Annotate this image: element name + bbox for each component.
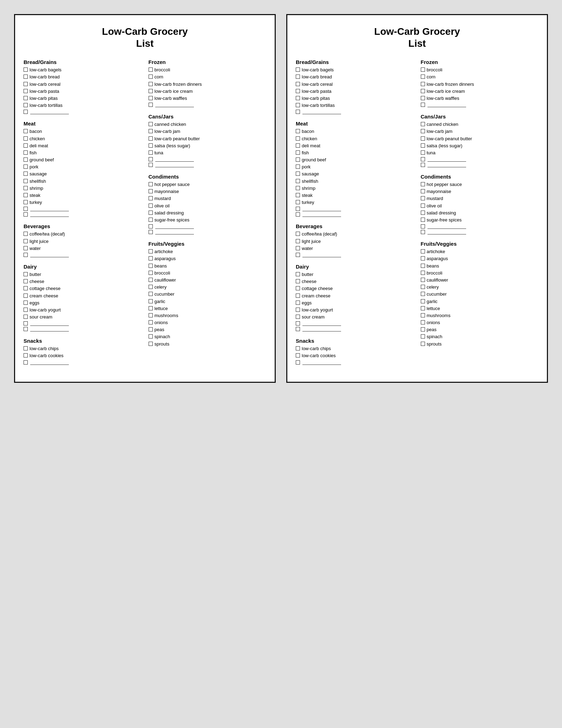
checkbox-icon[interactable]	[149, 278, 153, 282]
checkbox-icon[interactable]	[24, 179, 28, 183]
checkbox-icon[interactable]	[296, 246, 300, 250]
checkbox-icon[interactable]	[421, 256, 425, 260]
list-item[interactable]: low-carb cereal	[296, 81, 414, 88]
checkbox-icon[interactable]	[149, 256, 153, 260]
checkbox-icon[interactable]	[24, 82, 28, 86]
checkbox-icon[interactable]	[24, 103, 28, 107]
checkbox-icon[interactable]	[296, 239, 300, 243]
list-item[interactable]: corn	[421, 74, 539, 80]
list-item[interactable]: steak	[296, 192, 414, 199]
checkbox-icon[interactable]	[296, 279, 300, 283]
list-item[interactable]: broccoli	[421, 67, 539, 73]
blank-item[interactable]	[24, 252, 142, 257]
list-item[interactable]: chicken	[296, 136, 414, 142]
checkbox-icon[interactable]	[149, 67, 153, 72]
list-item[interactable]: salsa (less sugar)	[149, 143, 267, 149]
list-item[interactable]: olive oil	[421, 203, 539, 209]
list-item[interactable]: artichoke	[421, 249, 539, 255]
list-item[interactable]: low-carb yogurt	[296, 307, 414, 313]
checkbox-icon[interactable]	[24, 327, 28, 331]
checkbox-icon[interactable]	[296, 327, 300, 331]
checkbox-icon[interactable]	[421, 285, 425, 289]
list-item[interactable]: low-carb bread	[24, 74, 142, 80]
list-item[interactable]: butter	[24, 271, 142, 278]
list-item[interactable]: sausage	[296, 171, 414, 177]
checkbox-icon[interactable]	[149, 150, 153, 155]
list-item[interactable]: water	[24, 245, 142, 252]
checkbox-icon[interactable]	[296, 301, 300, 305]
checkbox-icon[interactable]	[24, 67, 28, 72]
checkbox-icon[interactable]	[296, 308, 300, 312]
checkbox-icon[interactable]	[24, 172, 28, 176]
list-item[interactable]: deli meat	[296, 143, 414, 149]
checkbox-icon[interactable]	[421, 224, 425, 228]
list-item[interactable]: cottage cheese	[296, 285, 414, 292]
list-item[interactable]: broccoli	[149, 67, 267, 73]
list-item[interactable]: garlic	[149, 298, 267, 305]
list-item[interactable]: fish	[24, 150, 142, 156]
list-item[interactable]: sausage	[24, 171, 142, 177]
checkbox-icon[interactable]	[421, 313, 425, 317]
list-item[interactable]: low-carb chips	[24, 346, 142, 352]
blank-item[interactable]	[421, 224, 539, 229]
blank-item[interactable]	[149, 230, 267, 234]
checkbox-icon[interactable]	[24, 286, 28, 290]
checkbox-icon[interactable]	[296, 232, 300, 236]
checkbox-icon[interactable]	[24, 272, 28, 276]
list-item[interactable]: low-carb bagels	[296, 67, 414, 73]
checkbox-icon[interactable]	[149, 271, 153, 275]
list-item[interactable]: cottage cheese	[24, 285, 142, 292]
checkbox-icon[interactable]	[421, 211, 425, 215]
list-item[interactable]: low-carb ice cream	[421, 88, 539, 95]
list-item[interactable]: deli meat	[24, 143, 142, 149]
checkbox-icon[interactable]	[24, 294, 28, 298]
checkbox-icon[interactable]	[149, 204, 153, 208]
checkbox-icon[interactable]	[24, 75, 28, 79]
checkbox-icon[interactable]	[421, 299, 425, 303]
checkbox-icon[interactable]	[24, 353, 28, 357]
list-item[interactable]: coffee/tea (decaf)	[24, 231, 142, 237]
list-item[interactable]: sugar-free spices	[421, 217, 539, 223]
checkbox-icon[interactable]	[24, 232, 28, 236]
checkbox-icon[interactable]	[149, 264, 153, 268]
list-item[interactable]: low-carb jam	[149, 128, 267, 135]
checkbox-icon[interactable]	[149, 89, 153, 93]
list-item[interactable]: light juice	[296, 238, 414, 245]
list-item[interactable]: sour cream	[296, 314, 414, 320]
checkbox-icon[interactable]	[421, 96, 425, 100]
list-item[interactable]: tuna	[421, 150, 539, 156]
checkbox-icon[interactable]	[421, 204, 425, 208]
list-item[interactable]: low-carb bagels	[24, 67, 142, 73]
list-item[interactable]: low-carb pitas	[24, 95, 142, 102]
checkbox-icon[interactable]	[24, 346, 28, 350]
checkbox-icon[interactable]	[149, 230, 153, 234]
list-item[interactable]: low-carb cereal	[24, 81, 142, 88]
checkbox-icon[interactable]	[149, 96, 153, 100]
checkbox-icon[interactable]	[24, 89, 28, 93]
list-item[interactable]: sprouts	[149, 341, 267, 347]
checkbox-icon[interactable]	[421, 249, 425, 253]
checkbox-icon[interactable]	[149, 299, 153, 303]
checkbox-icon[interactable]	[149, 103, 153, 107]
checkbox-icon[interactable]	[24, 157, 28, 162]
checkbox-icon[interactable]	[296, 207, 300, 211]
list-item[interactable]: low-carb yogurt	[24, 307, 142, 313]
checkbox-icon[interactable]	[149, 327, 153, 331]
list-item[interactable]: beans	[421, 263, 539, 269]
checkbox-icon[interactable]	[296, 103, 300, 107]
checkbox-icon[interactable]	[24, 308, 28, 312]
checkbox-icon[interactable]	[24, 360, 28, 365]
list-item[interactable]: shrimp	[24, 185, 142, 192]
checkbox-icon[interactable]	[24, 186, 28, 190]
list-item[interactable]: salad dressing	[149, 210, 267, 216]
checkbox-icon[interactable]	[149, 285, 153, 289]
blank-item[interactable]	[149, 157, 267, 162]
checkbox-icon[interactable]	[149, 224, 153, 228]
checkbox-icon[interactable]	[296, 272, 300, 276]
list-item[interactable]: mayonnaise	[149, 188, 267, 195]
checkbox-icon[interactable]	[421, 129, 425, 133]
checkbox-icon[interactable]	[296, 172, 300, 176]
checkbox-icon[interactable]	[421, 320, 425, 324]
list-item[interactable]: steak	[24, 192, 142, 199]
checkbox-icon[interactable]	[421, 230, 425, 234]
